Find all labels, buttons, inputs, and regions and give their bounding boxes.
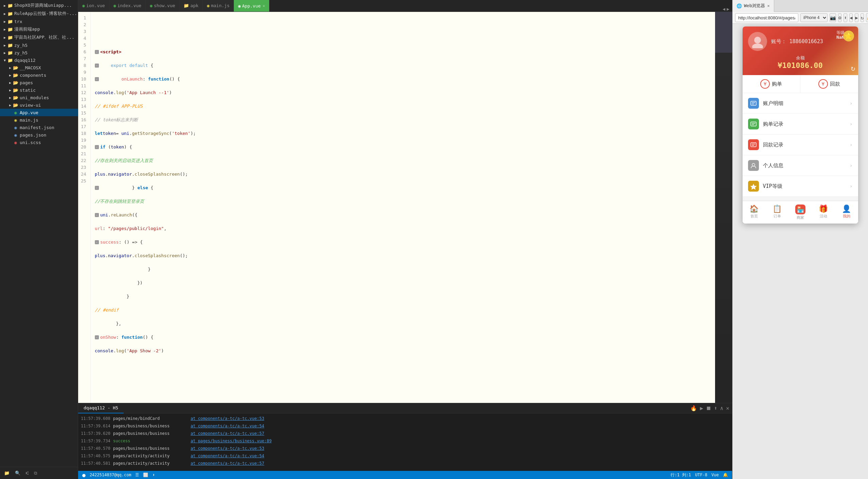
tab-close-button[interactable]: ✕ <box>263 4 265 8</box>
code-content-area: 12345 678910 1112131415 1617181920 21222… <box>78 12 715 403</box>
menu-item-vip-level[interactable]: VIP等级 › <box>743 176 858 197</box>
sidebar-item-pages[interactable]: ▶ 📂 pages <box>0 79 78 86</box>
sidebar-item-components[interactable]: ▶ 📂 components <box>0 71 78 79</box>
fire-icon[interactable]: 🔥 <box>690 405 697 411</box>
tab-app-vue[interactable]: ◉ App.vue ✕ <box>234 0 269 12</box>
extensions-icon[interactable]: ⧉ <box>34 471 37 476</box>
url-bar[interactable] <box>735 13 798 22</box>
close-icon[interactable]: ✕ <box>726 405 729 411</box>
settings-button[interactable]: ⚙ <box>838 13 841 22</box>
console-link[interactable]: at components/a-tc/a-tc.vue:53 <box>191 445 264 451</box>
menu-item-personal-info[interactable]: 个人信息 › <box>743 155 858 176</box>
fold-button[interactable]: - <box>95 213 99 217</box>
console-controls: 🔥 ▶ ⏹ ⬆ ∧ ✕ <box>690 405 732 411</box>
code-line-21: } <box>95 293 711 300</box>
sidebar-item-zy-h5-2[interactable]: ▶ 📁 zy_h5 <box>0 49 78 56</box>
code-editor[interactable]: 12345 678910 1112131415 1617181920 21222… <box>78 12 715 403</box>
status-device-icon[interactable]: ⬜ <box>143 473 148 477</box>
git-icon[interactable]: ⑆ <box>26 471 29 476</box>
status-bar: ● 2422514037@qq.com ☰ ⬜ ⬆ 行:1 列:1 UTF-8 … <box>78 471 732 479</box>
menu-item-refund-records[interactable]: 回款记录 › <box>743 135 858 155</box>
status-email: 2422514037@qq.com <box>90 473 132 477</box>
stop-icon[interactable]: ⏹ <box>706 405 711 411</box>
sidebar-item-manifest[interactable]: ▶ ◉ manifest.json <box>0 124 78 131</box>
fold-button[interactable]: - <box>95 186 99 190</box>
sidebar-item-ruleapp[interactable]: ▶ 📁 RuleApp云控版-博客软件-... <box>0 10 78 18</box>
console-tab[interactable]: dqaqq112 - H5 <box>78 403 124 413</box>
svg-point-1 <box>752 43 763 48</box>
sidebar-item-uniscss[interactable]: ▶ ◉ uni.scss <box>0 139 78 146</box>
console-page: pages/business/business <box>113 445 188 451</box>
nav-mine[interactable]: 👤 我的 <box>835 203 858 221</box>
fold-button[interactable]: - <box>95 64 99 68</box>
fold-button[interactable]: - <box>95 335 99 339</box>
play-icon[interactable]: ▶ <box>700 405 703 411</box>
menu-item-order-records[interactable]: 购单记录 › <box>743 114 858 135</box>
nav-orders[interactable]: 📋 订单 <box>766 203 789 221</box>
sidebar-item-shopxo[interactable]: ▶ 📁 ShopXO开源商城uniapp... <box>0 1 78 10</box>
back-button[interactable]: ◀ <box>849 13 853 22</box>
forward-button[interactable]: ▶ <box>855 13 858 22</box>
fold-button[interactable]: - <box>95 240 99 244</box>
menu-item-account-detail[interactable]: 账户明细 › <box>743 93 858 114</box>
console-link[interactable]: at components/a-tc/a-tc.vue:54 <box>191 423 264 429</box>
lock-button[interactable]: 🔒 <box>866 13 868 22</box>
share-button[interactable]: ⬆ <box>844 13 847 22</box>
console-entry-1: 11:57:39.614 pages/business/business at … <box>81 422 729 430</box>
console-link[interactable]: at components/a-tc/a-tc.vue:53 <box>191 415 264 422</box>
fold-button[interactable]: - <box>95 50 99 54</box>
tab-index-vue[interactable]: ◉ index.vue <box>109 0 146 12</box>
status-share-icon[interactable]: ⬆ <box>152 473 155 477</box>
sidebar-item-pagesjson[interactable]: ▶ ◉ pages.json <box>0 131 78 139</box>
browser-tab-close[interactable]: ✕ <box>767 3 769 8</box>
code-line-5: - onLaunch: function() { <box>95 76 711 83</box>
purchase-action[interactable]: ¥ 购单 <box>743 75 801 93</box>
sidebar-item-uni-modules[interactable]: ▶ 📂 uni_modules <box>0 94 78 101</box>
screenshot-button[interactable]: 📷 <box>830 13 836 22</box>
sidebar-item-appvue[interactable]: ▶ ◉ App.vue <box>0 109 78 116</box>
nav-activity[interactable]: 🎁 活动 <box>812 203 835 221</box>
status-dot-icon: ● <box>82 472 86 478</box>
console-link[interactable]: at components/a-tc/a-tc.vue:54 <box>191 453 264 459</box>
explorer-icon[interactable]: 📁 <box>4 471 10 476</box>
sidebar-item-zy-h5[interactable]: ▶ 📁 zy_h5 <box>0 41 78 49</box>
expand-icon[interactable]: ∧ <box>720 405 724 411</box>
orders-label: 订单 <box>774 214 781 219</box>
console-link[interactable]: at components/a-tc/a-tc.vue:57 <box>191 430 264 437</box>
export-icon[interactable]: ⬆ <box>714 405 717 411</box>
tab-show-vue[interactable]: ◉ show.vue <box>146 0 179 12</box>
folder-icon: 📂 <box>13 65 18 70</box>
tab-scroll-right-icon[interactable]: ▶ <box>727 6 729 12</box>
sidebar-item-mainjs[interactable]: ▶ ◉ main.js <box>0 116 78 124</box>
device-selector[interactable]: iPhone 4 iPhone 5 iPhone 6 iPhone X iPad <box>800 13 828 22</box>
browser-tab-web[interactable]: 🌐 Web浏览器 ✕ <box>732 0 774 12</box>
console-link[interactable]: at pages/business/business.vue:89 <box>191 438 272 444</box>
tab-main-js[interactable]: ◉ main.js <box>203 0 234 12</box>
code-text[interactable]: -<script> - export default { - onLaunch:… <box>91 12 715 403</box>
search-icon[interactable]: 🔍 <box>15 471 20 476</box>
status-list-icon[interactable]: ☰ <box>135 473 139 477</box>
sidebar-item-trx[interactable]: ▶ 📁 trx <box>0 18 78 25</box>
fold-button[interactable]: - <box>95 145 99 149</box>
tab-ion-vue[interactable]: ◉ ion.vue <box>78 0 109 12</box>
console-link[interactable]: at components/a-tc/a-tc.vue:57 <box>191 460 264 466</box>
fold-button[interactable]: - <box>95 77 99 81</box>
sidebar-item-yuzhou[interactable]: ▶ 📁 宇宙岛社区APP、社区、社... <box>0 33 78 41</box>
collapse-arrow: ▶ <box>3 19 7 23</box>
code-line-23: }, <box>95 320 711 327</box>
nav-home[interactable]: 🏠 首页 <box>743 203 766 221</box>
nav-merchant[interactable]: 🏪 商家 <box>789 203 812 221</box>
tab-apk[interactable]: 📁 apk <box>179 0 203 12</box>
sidebar-item-dqaqq112[interactable]: ▼ 📁 dqaqq112 <box>0 56 78 64</box>
activity-icon: 🎁 <box>819 205 828 213</box>
refresh-button[interactable]: ↻ <box>861 13 864 22</box>
refund-action[interactable]: ¥ 回款 <box>800 75 858 93</box>
sidebar-item-manga[interactable]: ▶ 📁 漫画前端app <box>0 25 78 33</box>
status-notification-icon[interactable]: 🔔 <box>723 473 728 477</box>
balance-refresh-button[interactable]: ↻ <box>851 64 855 72</box>
tab-scroll-left-icon[interactable]: ◀ <box>723 6 725 12</box>
sidebar-item-uview[interactable]: ▶ 📂 uview-ui <box>0 101 78 109</box>
sidebar-item-static[interactable]: ▶ 📂 static <box>0 86 78 94</box>
sidebar-item-macosx[interactable]: ▶ 📂 __MACOSX <box>0 64 78 71</box>
collapse-arrow: ▶ <box>8 81 12 85</box>
